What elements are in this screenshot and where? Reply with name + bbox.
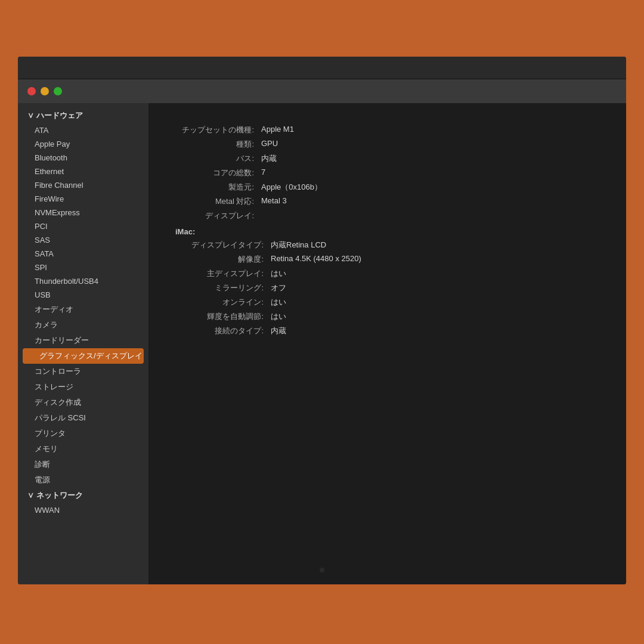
sidebar-item[interactable]: オーディオ xyxy=(18,302,148,317)
sub-detail-value: はい xyxy=(271,268,609,279)
sidebar-item[interactable]: SPI xyxy=(18,261,148,274)
sidebar-item[interactable]: プリンタ xyxy=(18,426,148,441)
maximize-button[interactable] xyxy=(54,87,62,95)
main-window: ∨ ハードウェアATAApple PayBluetoothEthernetFib… xyxy=(18,79,626,584)
detail-main-table: チップセットの機種:Apple M1種類:GPUバス:内蔵コアの総数:7製造元:… xyxy=(166,125,609,221)
sub-detail-label: 解像度: xyxy=(175,254,271,265)
sidebar-item[interactable]: NVMExpress xyxy=(18,206,148,219)
detail-label: ディスプレイ: xyxy=(166,210,261,221)
sidebar-item[interactable]: USB xyxy=(18,288,148,302)
subsection-title: iMac: xyxy=(166,227,609,236)
detail-label: 種類: xyxy=(166,139,261,150)
sidebar-item[interactable]: ∨ ハードウェア xyxy=(18,108,148,123)
detail-value: Apple（0x106b） xyxy=(261,182,609,193)
sub-detail-label: 主ディスプレイ: xyxy=(175,268,271,279)
sidebar-item[interactable]: カメラ xyxy=(18,317,148,333)
sidebar-item[interactable]: メモリ xyxy=(18,441,148,457)
sub-detail-value: オフ xyxy=(271,283,609,293)
sub-detail-value: はい xyxy=(271,297,609,308)
sub-detail-value: 内蔵Retina LCD xyxy=(271,240,609,250)
sidebar-item[interactable]: 電源 xyxy=(18,472,148,488)
close-button[interactable] xyxy=(27,87,36,95)
sub-detail-label: 輝度を自動調節: xyxy=(175,311,271,322)
traffic-lights xyxy=(27,87,62,95)
detail-label: 製造元: xyxy=(166,182,261,193)
titlebar xyxy=(18,79,626,103)
sub-detail-label: ミラーリング: xyxy=(175,283,271,293)
sidebar-item[interactable]: Fibre Channel xyxy=(18,178,148,192)
detail-label: Metal 対応: xyxy=(166,196,261,207)
sidebar-item[interactable]: パラレル SCSI xyxy=(18,410,148,426)
sub-detail-value: 内蔵 xyxy=(271,326,609,336)
sub-detail-label: オンライン: xyxy=(175,297,271,308)
main-content: ∨ ハードウェアATAApple PayBluetoothEthernetFib… xyxy=(18,103,626,584)
sub-detail-label: 接続のタイプ: xyxy=(175,326,271,336)
sidebar-item[interactable]: グラフィックス/ディスプレイ xyxy=(23,348,144,364)
sidebar-item[interactable]: SATA xyxy=(18,247,148,261)
minimize-button[interactable] xyxy=(41,87,49,95)
webcam-dot xyxy=(320,568,324,572)
sidebar-item[interactable]: Apple Pay xyxy=(18,137,148,151)
sidebar-item[interactable]: ストレージ xyxy=(18,379,148,395)
menubar xyxy=(18,57,626,79)
screen: ∨ ハードウェアATAApple PayBluetoothEthernetFib… xyxy=(18,57,626,584)
sidebar-item[interactable]: SAS xyxy=(18,233,148,247)
sidebar-item[interactable]: ディスク作成 xyxy=(18,395,148,410)
sidebar-item[interactable]: Bluetooth xyxy=(18,151,148,165)
sidebar-item[interactable]: 診断 xyxy=(18,457,148,472)
sidebar-item[interactable]: PCI xyxy=(18,219,148,233)
sidebar-item[interactable]: Ethernet xyxy=(18,165,148,178)
detail-value: 7 xyxy=(261,168,609,178)
detail-value: GPU xyxy=(261,139,609,150)
detail-label: コアの総数: xyxy=(166,168,261,178)
sub-table: ディスプレイタイプ:内蔵Retina LCD解像度:Retina 4.5K (4… xyxy=(166,240,609,336)
detail-label: チップセットの機種: xyxy=(166,125,261,135)
sidebar-item[interactable]: カードリーダー xyxy=(18,333,148,348)
detail-value xyxy=(261,210,609,221)
sidebar-item[interactable]: Thunderbolt/USB4 xyxy=(18,274,148,288)
detail-value: Apple M1 xyxy=(261,125,609,135)
sidebar-item[interactable]: FireWire xyxy=(18,192,148,206)
detail-label: バス: xyxy=(166,153,261,164)
sub-detail-value: Retina 4.5K (4480 x 2520) xyxy=(271,254,609,265)
sidebar[interactable]: ∨ ハードウェアATAApple PayBluetoothEthernetFib… xyxy=(18,103,149,584)
detail-value: Metal 3 xyxy=(261,196,609,207)
sidebar-item[interactable]: コントローラ xyxy=(18,364,148,379)
sidebar-item[interactable]: ∨ ネットワーク xyxy=(18,488,148,503)
detail-pane: チップセットの機種:Apple M1種類:GPUバス:内蔵コアの総数:7製造元:… xyxy=(149,103,626,584)
sidebar-item[interactable]: WWAN xyxy=(18,503,148,517)
detail-subsection: iMac: ディスプレイタイプ:内蔵Retina LCD解像度:Retina 4… xyxy=(166,227,609,336)
sub-detail-value: はい xyxy=(271,311,609,322)
detail-value: 内蔵 xyxy=(261,153,609,164)
sub-detail-label: ディスプレイタイプ: xyxy=(175,240,271,250)
sidebar-item[interactable]: ATA xyxy=(18,123,148,137)
outer-frame: ∨ ハードウェアATAApple PayBluetoothEthernetFib… xyxy=(0,0,644,644)
